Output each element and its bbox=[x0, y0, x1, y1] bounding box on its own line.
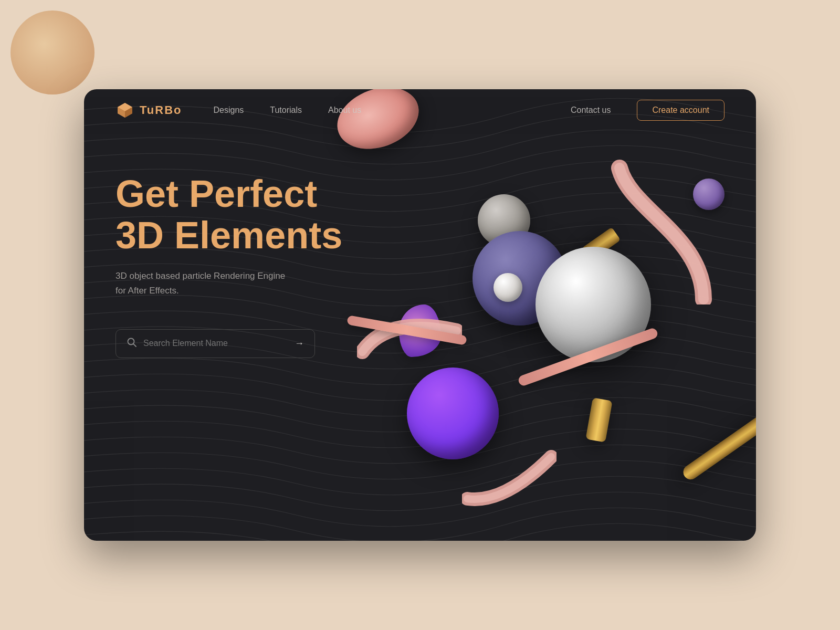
nav-item-designs[interactable]: Designs bbox=[213, 106, 244, 115]
hero-section: Get Perfect 3D Elements 3D object based … bbox=[84, 131, 756, 358]
hero-title: Get Perfect 3D Elements bbox=[116, 173, 378, 256]
nav-links: Designs Tutorials About us bbox=[213, 106, 361, 115]
nav-item-about[interactable]: About us bbox=[328, 106, 361, 115]
nav-right: Contact us Create account bbox=[571, 100, 724, 121]
create-account-button[interactable]: Create account bbox=[637, 100, 724, 121]
search-input[interactable] bbox=[143, 339, 288, 348]
contact-link[interactable]: Contact us bbox=[571, 106, 611, 115]
search-bar[interactable]: → bbox=[116, 329, 315, 358]
main-card: .wave-line { fill: none; stroke: #888; s… bbox=[84, 89, 756, 541]
decorative-circle-top-left bbox=[10, 10, 94, 94]
hero-subtitle: 3D object based particle Rendering Engin… bbox=[116, 269, 294, 297]
search-icon bbox=[127, 337, 137, 350]
logo[interactable]: TuRBo bbox=[116, 101, 182, 120]
search-arrow-icon[interactable]: → bbox=[295, 338, 304, 349]
navbar: TuRBo Designs Tutorials About us Contact… bbox=[84, 89, 756, 131]
nav-item-tutorials[interactable]: Tutorials bbox=[270, 106, 302, 115]
logo-icon bbox=[116, 101, 134, 120]
svg-line-5 bbox=[133, 344, 136, 346]
logo-text: TuRBo bbox=[140, 103, 182, 117]
